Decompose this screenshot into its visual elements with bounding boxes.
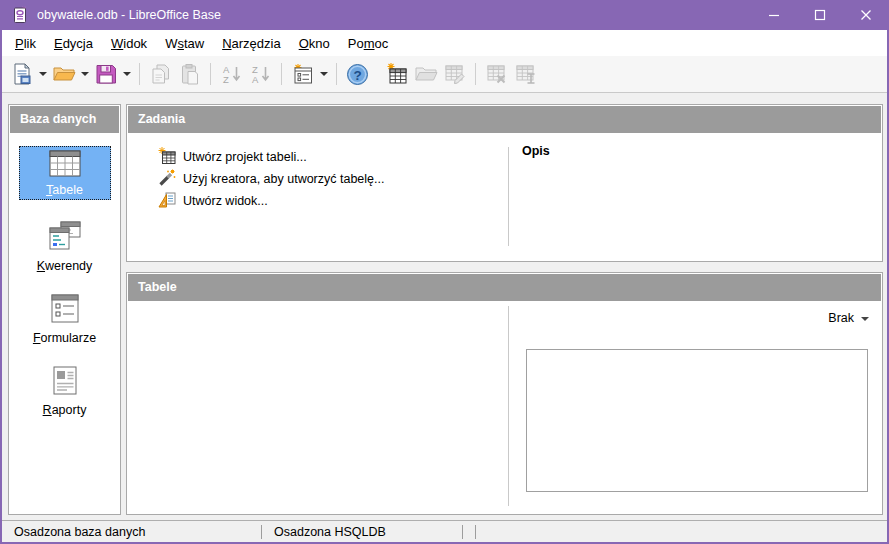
menu-pomoc[interactable]: Pomoc [339,32,397,55]
delete-icon [483,61,510,88]
task-label: Utwórz projekt tabeli... [183,150,307,164]
titlebar: obywatele.odb - LibreOffice Base [0,0,889,30]
sidebar-item-tabele[interactable]: Tabele [19,146,111,200]
sidebar-item-kwerendy[interactable]: Kwerendy [37,221,93,273]
rename-icon [512,61,539,88]
status-database-engine: Osadzona HSQLDB [262,521,462,542]
tables-header: Tabele [128,274,881,301]
new-document-dropdown[interactable] [36,61,49,88]
new-database-document-icon[interactable] [8,61,35,88]
minimize-button[interactable] [751,0,797,30]
status-empty-cell [476,521,488,542]
sort-ascending-icon: A Z [218,61,245,88]
task-create-table-design[interactable]: Utwórz projekt tabeli... [158,146,882,168]
tasks-panel: Zadania Utwórz projekt tabeli... [126,104,883,262]
task-list: Utwórz projekt tabeli... Użyj kreatora, … [127,134,882,212]
new-table-design-icon[interactable] [383,61,410,88]
menu-narzedzia[interactable]: Narzędzia [213,32,290,55]
tasks-header: Zadania [128,106,881,133]
toolbar-separator [281,63,282,85]
paste-icon [176,61,203,88]
tasks-divider [508,147,509,246]
queries-icon [48,221,82,254]
toolbar-separator [475,63,476,85]
sidebar-header: Baza danych [10,106,119,133]
tables-divider [508,306,509,506]
toolbar-separator [336,63,337,85]
open-database-object-icon [412,61,439,88]
menu-plik[interactable]: Plik [6,32,45,55]
task-create-view[interactable]: Utwórz widok... [158,190,882,212]
toolbar: A Z Z A [2,56,887,93]
svg-text:A: A [252,74,259,85]
sidebar-list: Tabele Kwerendy [9,134,120,514]
wizard-wand-icon [158,169,176,190]
reports-icon [52,366,78,398]
status-database-type: Osadzona baza danych [2,521,261,542]
chevron-down-icon [861,317,869,321]
task-label: Użyj kreatora, aby utworzyć tabelę... [183,172,384,186]
preview-dropdown[interactable]: Brak [828,311,869,325]
close-button[interactable] [843,0,889,30]
svg-text:?: ? [353,67,361,82]
tables-icon [49,150,81,180]
database-sidebar: Baza danych Tabele [8,104,121,515]
task-use-wizard-create-table[interactable]: Użyj kreatora, aby utworzyć tabelę... [158,168,882,190]
form-wizard-dropdown[interactable] [317,61,330,88]
window-controls [751,0,889,30]
sidebar-item-label: Tabele [46,183,83,197]
tables-panel: Tabele Brak [126,272,883,515]
sort-descending-icon: Z A [247,61,274,88]
open-dropdown[interactable] [78,61,91,88]
save-dropdown[interactable] [120,61,133,88]
libreoffice-base-window: obywatele.odb - LibreOffice Base Plik Ed… [0,0,889,544]
task-label: Utwórz widok... [183,194,268,208]
sidebar-item-label: Raporty [43,403,87,417]
maximize-button[interactable] [797,0,843,30]
status-empty-cell [463,521,475,542]
base-document-icon [12,6,29,24]
sidebar-item-label: Formularze [33,331,96,345]
sidebar-item-formularze[interactable]: Formularze [33,294,96,345]
menu-edycja[interactable]: Edycja [45,32,102,55]
preview-area [526,349,868,492]
preview-dropdown-label: Brak [828,311,854,325]
save-document-icon[interactable] [92,61,119,88]
description-header: Opis [522,144,550,158]
form-wizard-icon[interactable] [289,61,316,88]
menu-widok[interactable]: Widok [102,32,156,55]
sidebar-item-raporty[interactable]: Raporty [43,366,87,417]
copy-icon [147,61,174,88]
statusbar: Osadzona baza danych Osadzona HSQLDB [2,520,887,542]
new-view-icon [158,191,176,212]
window-title: obywatele.odb - LibreOffice Base [37,8,221,22]
toolbar-separator [210,63,211,85]
menu-okno[interactable]: Okno [290,32,339,55]
forms-icon [51,294,79,326]
edit-icon [441,61,468,88]
svg-text:Z: Z [223,74,229,85]
new-table-design-icon [158,147,176,168]
sidebar-item-label: Kwerendy [37,259,93,273]
menu-wstaw[interactable]: Wstaw [156,32,213,55]
menubar: Plik Edycja Widok Wstaw Narzędzia Okno P… [2,30,887,56]
toolbar-separator [139,63,140,85]
help-icon[interactable]: ? [344,61,371,88]
open-document-icon[interactable] [50,61,77,88]
